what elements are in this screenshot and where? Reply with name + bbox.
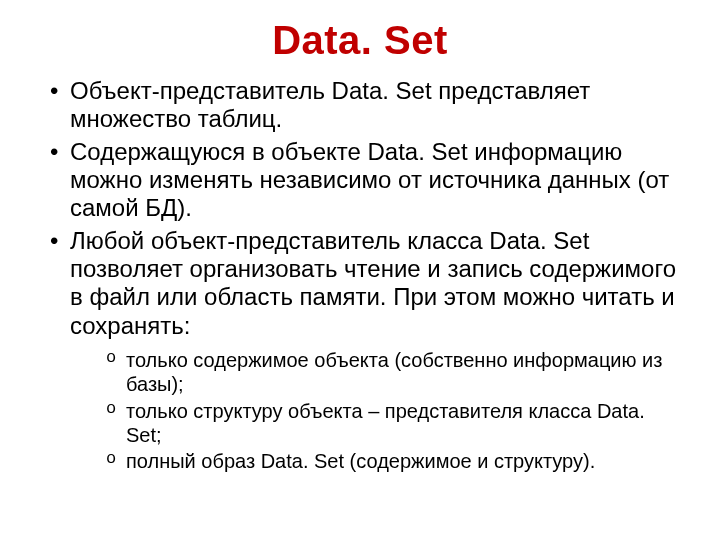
sub-bullet-item: только структуру объекта – представителя…	[106, 399, 678, 448]
bullet-item: Любой объект-представитель класса Data. …	[42, 227, 678, 474]
sub-bullet-item: только содержимое объекта (собственно ин…	[106, 348, 678, 397]
sub-bullet-text: только содержимое объекта (собственно ин…	[126, 349, 662, 395]
sub-bullet-item: полный образ Data. Set (содержимое и стр…	[106, 449, 678, 473]
bullet-text: Любой объект-представитель класса Data. …	[70, 227, 676, 339]
sub-bullet-text: полный образ Data. Set (содержимое и стр…	[126, 450, 595, 472]
sub-bullet-text: только структуру объекта – представителя…	[126, 400, 645, 446]
bullet-text: Содержащуюся в объекте Data. Set информа…	[70, 138, 669, 222]
bullet-item: Объект-представитель Data. Set представл…	[42, 77, 678, 134]
slide-title: Data. Set	[42, 18, 678, 63]
bullet-text: Объект-представитель Data. Set представл…	[70, 77, 590, 132]
slide: Data. Set Объект-представитель Data. Set…	[0, 0, 720, 540]
bullet-list: Объект-представитель Data. Set представл…	[42, 77, 678, 474]
bullet-item: Содержащуюся в объекте Data. Set информа…	[42, 138, 678, 223]
sub-bullet-list: только содержимое объекта (собственно ин…	[70, 348, 678, 474]
